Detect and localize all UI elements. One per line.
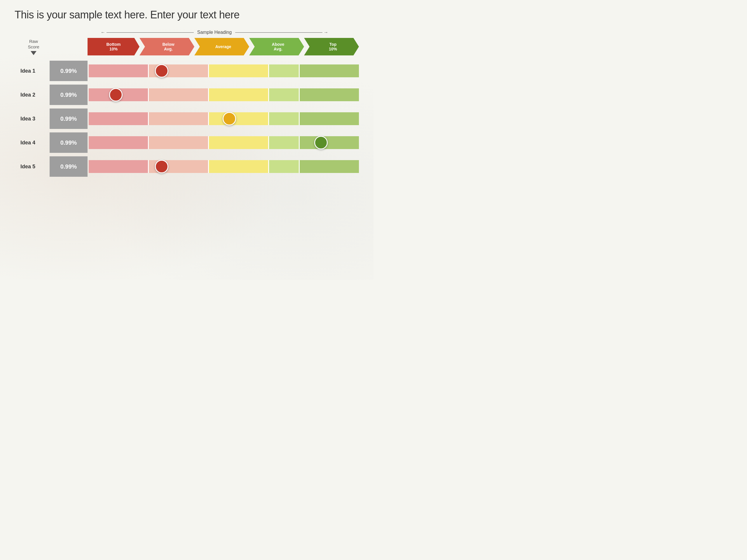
bar-segment-4 (269, 88, 299, 101)
data-rows: Idea 10.99%Idea 20.99%Idea 30.99%Idea 40… (20, 61, 359, 177)
table-row: Idea 40.99% (20, 132, 359, 153)
marker-2 (109, 88, 123, 102)
bar-track-1 (89, 64, 359, 77)
arrow-left-icon: ← (101, 30, 105, 35)
table-row: Idea 10.99% (20, 61, 359, 81)
raw-score-area: Raw Score (20, 38, 50, 55)
idea-label-4: Idea 4 (20, 140, 50, 146)
bar-segment-1 (89, 136, 148, 149)
bar-track-3 (89, 112, 359, 125)
bar-segment-5 (300, 160, 359, 173)
bar-track-4 (89, 136, 359, 149)
raw-score-label: Raw Score (20, 38, 47, 55)
heading-row: ← Sample Heading → (20, 30, 359, 35)
marker-5 (155, 160, 169, 173)
bar-track-5 (89, 160, 359, 173)
chevron-row: Raw Score Bottom 10% Below Avg. Average (20, 38, 359, 55)
idea-label-5: Idea 5 (20, 164, 50, 170)
score-cell-1: 0.99% (50, 61, 87, 81)
idea-label-1: Idea 1 (20, 68, 50, 74)
chevron-average: Average (194, 38, 249, 55)
bar-segment-3 (209, 64, 268, 77)
chevron-above-avg: Above Avg. (249, 38, 304, 55)
bar-segment-5 (300, 88, 359, 101)
bar-segment-4 (269, 136, 299, 149)
chevron-below-avg: Below Avg. (139, 38, 194, 55)
bar-segment-5 (300, 64, 359, 77)
bar-segment-4 (269, 64, 299, 77)
bar-segment-3 (209, 112, 268, 125)
bar-segment-5 (300, 112, 359, 125)
down-arrow-icon (31, 51, 36, 55)
score-cell-4: 0.99% (50, 132, 87, 153)
marker-3 (223, 112, 236, 126)
idea-label-3: Idea 3 (20, 116, 50, 122)
bar-segment-2 (149, 112, 208, 125)
chart-container: ← Sample Heading → Raw Score (20, 30, 359, 177)
table-row: Idea 30.99% (20, 108, 359, 129)
marker-1 (155, 64, 169, 78)
table-row: Idea 50.99% (20, 156, 359, 177)
arrow-line: ← Sample Heading → (101, 30, 328, 35)
bar-track-2 (89, 88, 359, 101)
bar-segment-2 (149, 136, 208, 149)
bar-segment-3 (209, 88, 268, 101)
idea-label-2: Idea 2 (20, 92, 50, 98)
bar-segment-1 (89, 64, 148, 77)
table-row: Idea 20.99% (20, 85, 359, 105)
score-cell-3: 0.99% (50, 108, 87, 129)
bar-segment-2 (149, 88, 208, 101)
score-cell-2: 0.99% (50, 85, 87, 105)
arrow-right-icon: → (324, 30, 328, 35)
bar-segment-3 (209, 136, 268, 149)
bar-segment-5 (300, 136, 359, 149)
bar-segment-1 (89, 160, 148, 173)
chevron-top10: Top 10% (304, 38, 359, 55)
chevrons-group: Bottom 10% Below Avg. Average Above Avg.… (87, 38, 359, 55)
marker-4 (314, 136, 328, 149)
bar-segment-4 (269, 160, 299, 173)
sample-heading: Sample Heading (194, 30, 235, 35)
chevron-bottom10: Bottom 10% (87, 38, 139, 55)
score-cell-5: 0.99% (50, 156, 87, 177)
page-title: This is your sample text here. Enter you… (15, 9, 359, 21)
bar-segment-3 (209, 160, 268, 173)
bar-segment-4 (269, 112, 299, 125)
bar-segment-1 (89, 112, 148, 125)
